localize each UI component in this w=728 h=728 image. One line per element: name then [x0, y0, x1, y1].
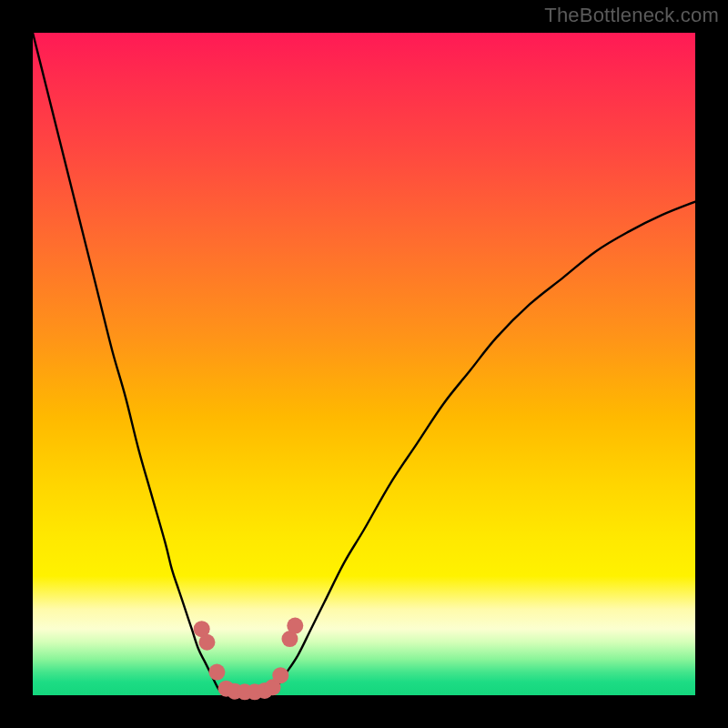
- highlight-dot: [208, 664, 225, 681]
- watermark-text: TheBottleneck.com: [544, 4, 719, 27]
- chart-svg: [33, 33, 695, 695]
- highlight-dots: [194, 618, 304, 701]
- highlight-dot: [198, 634, 215, 651]
- chart-frame: TheBottleneck.com: [0, 0, 728, 728]
- series-left-branch: [33, 33, 221, 692]
- highlight-dot: [272, 667, 288, 683]
- highlight-dot: [287, 618, 303, 634]
- series-right-branch: [271, 202, 695, 693]
- chart-plot-area: [33, 33, 695, 695]
